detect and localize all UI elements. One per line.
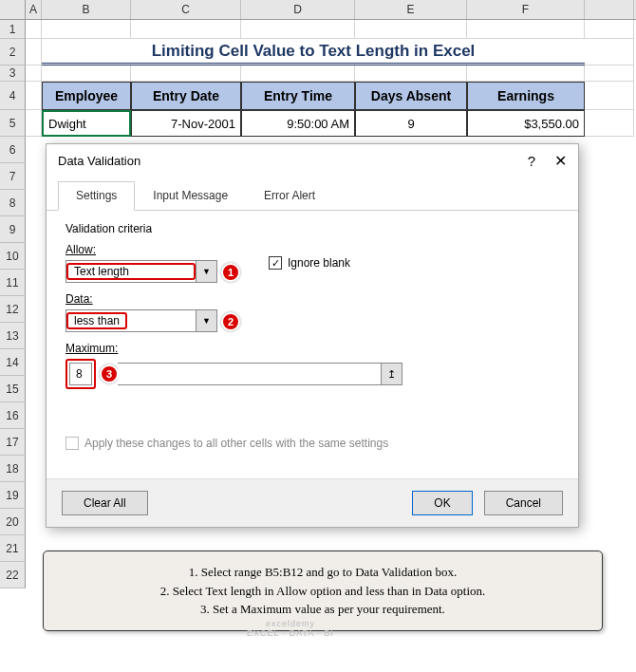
range-picker-icon[interactable]: ↥	[381, 364, 402, 384]
tab-input-message[interactable]: Input Message	[135, 181, 246, 210]
cell[interactable]	[585, 110, 634, 137]
col-header-e[interactable]: E	[355, 0, 467, 19]
cell[interactable]	[131, 20, 241, 39]
row-header-22[interactable]: 22	[0, 562, 26, 588]
cell[interactable]	[241, 65, 355, 82]
cell[interactable]	[26, 65, 42, 82]
maximum-label: Maximum:	[65, 342, 559, 355]
row-header-12[interactable]: 12	[0, 296, 26, 323]
clear-all-button[interactable]: Clear All	[62, 491, 148, 515]
tab-error-alert[interactable]: Error Alert	[246, 181, 333, 210]
row-header-11[interactable]: 11	[0, 270, 26, 296]
close-icon[interactable]: ✕	[554, 152, 567, 170]
cell[interactable]	[42, 65, 131, 82]
cell[interactable]	[585, 39, 634, 65]
col-header-b[interactable]: B	[42, 0, 131, 19]
row-header-21[interactable]: 21	[0, 535, 26, 562]
row-header-15[interactable]: 15	[0, 376, 26, 402]
row-headers: 1 2 3 4 5 6 7 8 9 10 11 12 13 14 15 16 1…	[0, 20, 26, 588]
row-header-17[interactable]: 17	[0, 429, 26, 456]
cell[interactable]	[585, 82, 634, 110]
allow-dropdown[interactable]: Text length ▼	[65, 260, 217, 283]
dialog-titlebar[interactable]: Data Validation ? ✕	[47, 144, 578, 177]
row-header-20[interactable]: 20	[0, 509, 26, 535]
badge-2: 2	[221, 312, 240, 331]
column-headers: A B C D E F	[0, 0, 636, 20]
cell-c5[interactable]: 7-Nov-2001	[131, 110, 241, 137]
chevron-down-icon[interactable]: ▼	[196, 261, 216, 282]
cell-e5[interactable]: 9	[355, 110, 467, 137]
cancel-button[interactable]: Cancel	[484, 491, 563, 515]
data-dropdown[interactable]: less than ▼	[65, 309, 217, 332]
instruction-line-1: 1. Select range B5:B12 and go to Data Va…	[59, 563, 587, 582]
ignore-blank-label: Ignore blank	[288, 256, 350, 270]
ok-button[interactable]: OK	[412, 491, 472, 515]
badge-3: 3	[100, 364, 119, 383]
row-header-6[interactable]: 6	[0, 137, 26, 163]
row-header-16[interactable]: 16	[0, 402, 26, 429]
col-header-c[interactable]: C	[131, 0, 241, 19]
row-header-14[interactable]: 14	[0, 349, 26, 376]
apply-all-checkbox	[65, 437, 79, 450]
row-header-19[interactable]: 19	[0, 482, 26, 509]
cell[interactable]	[42, 20, 131, 39]
instruction-line-2: 2. Select Text length in Allow option an…	[59, 582, 587, 601]
col-header-a[interactable]: A	[26, 0, 42, 19]
select-all-corner[interactable]	[0, 0, 26, 19]
dialog-tabs: Settings Input Message Error Alert	[47, 181, 578, 211]
cell[interactable]	[585, 65, 634, 82]
tab-settings[interactable]: Settings	[58, 181, 135, 211]
table-header-employee[interactable]: Employee	[42, 82, 131, 110]
col-header-g[interactable]	[585, 0, 634, 19]
row-header-1[interactable]: 1	[0, 20, 26, 39]
cell[interactable]	[355, 20, 467, 39]
table-header-entrydate[interactable]: Entry Date	[131, 82, 241, 110]
table-header-daysabsent[interactable]: Days Absent	[355, 82, 467, 110]
row-header-18[interactable]: 18	[0, 456, 26, 482]
allow-label: Allow:	[65, 243, 240, 256]
cell[interactable]	[467, 65, 585, 82]
cell[interactable]	[26, 82, 42, 110]
badge-1: 1	[221, 263, 240, 282]
data-label: Data:	[65, 292, 559, 306]
row-header-3[interactable]: 3	[0, 65, 26, 82]
col-header-d[interactable]: D	[241, 0, 355, 19]
cell[interactable]	[26, 110, 42, 137]
row-header-10[interactable]: 10	[0, 243, 26, 270]
cell-d5[interactable]: 9:50:00 AM	[241, 110, 355, 137]
apply-all-label: Apply these changes to all other cells w…	[84, 437, 388, 450]
validation-criteria-label: Validation criteria	[65, 222, 559, 235]
row-header-7[interactable]: 7	[0, 163, 26, 190]
cell-b5[interactable]: Dwight	[42, 110, 131, 137]
chevron-down-icon[interactable]: ▼	[196, 310, 216, 331]
allow-value: Text length	[66, 263, 196, 280]
cell[interactable]	[585, 20, 634, 39]
row-header-5[interactable]: 5	[0, 110, 26, 137]
cell-f5[interactable]: $3,550.00	[467, 110, 585, 137]
cell[interactable]	[131, 65, 241, 82]
cell[interactable]	[241, 20, 355, 39]
cell[interactable]	[467, 20, 585, 39]
table-header-entrytime[interactable]: Entry Time	[241, 82, 355, 110]
row-header-4[interactable]: 4	[0, 82, 26, 110]
table-header-earnings[interactable]: Earnings	[467, 82, 585, 110]
cell[interactable]	[355, 65, 467, 82]
instruction-line-3: 3. Set a Maximum value as per your requi…	[59, 600, 587, 619]
data-value: less than	[66, 312, 127, 329]
maximum-input-ext[interactable]: ↥	[118, 363, 402, 385]
watermark: exceldemy EXCEL · DATA · BI	[247, 619, 334, 638]
row-header-9[interactable]: 9	[0, 216, 26, 243]
row-header-13[interactable]: 13	[0, 323, 26, 349]
row-header-2[interactable]: 2	[0, 39, 26, 65]
help-icon[interactable]: ?	[528, 153, 535, 169]
cell[interactable]	[26, 20, 42, 39]
dialog-title-text: Data Validation	[58, 154, 140, 168]
data-validation-dialog: Data Validation ? ✕ Settings Input Messa…	[46, 143, 579, 528]
ignore-blank-checkbox[interactable]: ✓	[269, 256, 282, 270]
col-header-f[interactable]: F	[467, 0, 585, 19]
cell[interactable]	[26, 39, 42, 65]
maximum-input[interactable]: 8	[69, 363, 92, 385]
page-title: Limiting Cell Value to Text Length in Ex…	[42, 39, 585, 65]
row-header-8[interactable]: 8	[0, 190, 26, 216]
